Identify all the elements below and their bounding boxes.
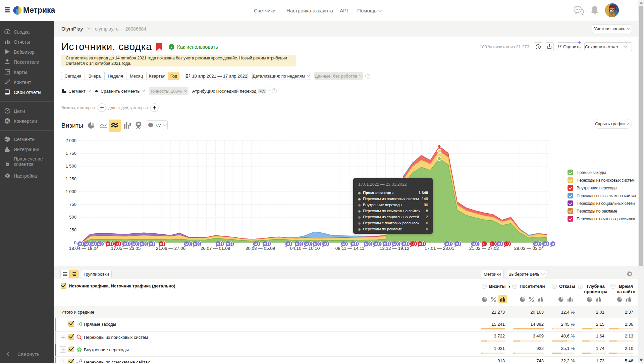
svg-text:М: М <box>264 242 266 246</box>
svg-text:М: М <box>497 242 500 246</box>
svg-text:500: 500 <box>69 215 76 220</box>
svg-text:Н: Н <box>160 242 162 246</box>
svg-text:М: М <box>141 242 143 246</box>
svg-text:М: М <box>123 242 126 246</box>
svg-text:М: М <box>402 242 405 246</box>
svg-text:30.08 — 05.09: 30.08 — 05.09 <box>246 246 275 251</box>
svg-text:М: М <box>98 242 100 246</box>
svg-text:М: М <box>352 242 354 246</box>
svg-text:Н: Н <box>107 242 109 246</box>
svg-text:17.05 — 23.05: 17.05 — 23.05 <box>111 246 141 251</box>
svg-text:Н: Н <box>505 242 507 246</box>
svg-text:М: М <box>132 242 135 246</box>
svg-text:М: М <box>323 242 326 246</box>
svg-text:1 500: 1 500 <box>65 164 76 169</box>
svg-text:250: 250 <box>69 227 76 232</box>
svg-text:М: М <box>455 242 458 246</box>
svg-text:08.11 — 14.11: 08.11 — 14.11 <box>335 246 365 251</box>
svg-text:М: М <box>305 242 308 246</box>
svg-text:М: М <box>227 242 229 246</box>
svg-text:М: М <box>472 242 475 246</box>
svg-text:Н: Н <box>116 242 118 246</box>
svg-text:М: М <box>342 242 344 246</box>
svg-text:18.04 — 18.04: 18.04 — 18.04 <box>69 246 99 251</box>
svg-text:М: М <box>185 242 187 246</box>
svg-text:М: М <box>194 242 196 246</box>
svg-text:1 750: 1 750 <box>65 151 76 156</box>
svg-text:М: М <box>254 242 257 246</box>
svg-text:М: М <box>85 242 88 246</box>
svg-text:0: 0 <box>74 240 76 245</box>
svg-text:М: М <box>543 242 546 246</box>
svg-text:26.07 — 01.08: 26.07 — 01.08 <box>201 246 230 251</box>
svg-text:М: М <box>286 242 289 246</box>
svg-text:1 000: 1 000 <box>65 189 76 194</box>
svg-text:М: М <box>365 242 367 246</box>
svg-text:М: М <box>78 242 81 246</box>
svg-text:М: М <box>374 242 377 246</box>
svg-text:М: М <box>445 242 448 246</box>
svg-text:М: М <box>296 242 298 246</box>
svg-text:21.02 — 27.02: 21.02 — 27.02 <box>469 246 499 251</box>
svg-text:Н: Н <box>483 242 485 246</box>
svg-text:М: М <box>91 242 94 246</box>
svg-text:21.06 — 27.06: 21.06 — 27.06 <box>156 246 186 251</box>
svg-text:2 000: 2 000 <box>65 138 76 143</box>
svg-text:1 250: 1 250 <box>65 176 76 181</box>
svg-text:М: М <box>384 242 386 246</box>
svg-text:М: М <box>314 242 316 246</box>
svg-text:Н: Н <box>412 242 414 246</box>
svg-text:М: М <box>217 242 219 246</box>
svg-text:28.03 — 03.04: 28.03 — 03.04 <box>514 246 544 251</box>
svg-text:Н: Н <box>491 242 493 246</box>
svg-text:М: М <box>534 242 537 246</box>
svg-text:М: М <box>551 242 554 246</box>
svg-text:13.12 — 19.12: 13.12 — 19.12 <box>380 246 410 251</box>
svg-text:М: М <box>393 242 395 246</box>
svg-text:М: М <box>150 242 152 246</box>
svg-text:750: 750 <box>69 202 76 207</box>
svg-text:Н: Н <box>419 242 421 246</box>
